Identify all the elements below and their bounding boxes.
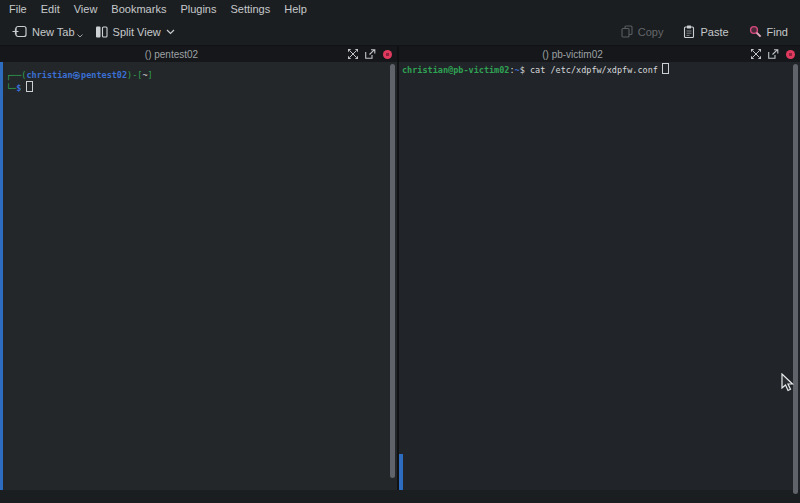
maximize-view-icon[interactable] [348,49,358,59]
terminal-cursor [26,81,33,92]
right-pane-scrollbar[interactable] [793,64,798,494]
command-text: cat /etc/xdpfw/xdpfw.conf [530,65,658,75]
detach-view-icon[interactable] [768,49,779,59]
prompt-frame-bottom: └─ [6,83,16,93]
prompt-line-1: ┌──(christian㉿pentest02)-[~] [6,69,397,81]
left-pane-scrollbar[interactable] [390,64,395,478]
detach-view-icon[interactable] [365,49,376,59]
new-tab-icon [12,25,27,38]
right-split-header[interactable]: () pb-victim02 [399,46,800,62]
menu-view[interactable]: View [67,3,105,15]
menu-bar: File Edit View Bookmarks Plugins Setting… [0,0,800,18]
prompt-frame-open: ┌──( [6,70,26,80]
copy-label: Copy [638,26,664,38]
copy-icon [621,25,633,38]
split-view-button[interactable]: Split View [89,21,181,43]
prompt-frame-close: ] [148,70,153,80]
prompt-line: christian@pb-victim02:~$ cat /etc/xdpfw/… [402,63,800,76]
toolbar-right-group: Copy Paste Find [615,21,794,43]
menu-plugins[interactable]: Plugins [173,3,223,15]
close-view-button[interactable] [383,50,392,59]
maximize-view-icon[interactable] [751,49,761,59]
prompt-symbol: $ [520,65,530,75]
paste-label: Paste [700,26,728,38]
split-view-icon [95,26,108,38]
find-label: Find [767,26,788,38]
prompt-frame-mid: )-[ [127,70,142,80]
prompt-symbol: $ [16,83,21,93]
left-split-title: () pentest02 [145,49,198,60]
prompt-line-2: └─$ [6,81,397,94]
paste-icon [683,25,695,38]
menu-settings[interactable]: Settings [223,3,277,15]
terminal-pane-pentest02[interactable]: ┌──(christian㉿pentest02)-[~] └─$ [0,62,397,503]
terminal-cursor [662,63,669,74]
window-bottom-strip [0,490,800,503]
prompt-user-host: christian@pb-victim02 [402,65,509,75]
new-tab-button[interactable]: New Tab [6,21,89,43]
paste-button[interactable]: Paste [677,21,734,43]
terminal-area: ┌──(christian㉿pentest02)-[~] └─$ christi… [0,62,800,503]
find-icon [749,25,762,38]
mouse-cursor [781,373,795,393]
scroll-highlight-bar [0,62,3,490]
left-split-header[interactable]: () pentest02 [0,46,397,62]
toolbar: New Tab Split View Copy [0,18,800,45]
menu-bookmarks[interactable]: Bookmarks [104,3,173,15]
split-view-chevron-down-icon[interactable] [166,29,175,35]
menu-help[interactable]: Help [277,3,314,15]
scroll-highlight-bar [399,454,403,490]
copy-button[interactable]: Copy [615,21,670,43]
menu-edit[interactable]: Edit [34,3,67,15]
prompt-user-host: christian㉿pentest02 [26,70,127,80]
split-view-label: Split View [113,26,161,38]
new-tab-label: New Tab [32,26,75,38]
close-view-button[interactable] [786,50,795,59]
terminal-pane-pb-victim02[interactable]: christian@pb-victim02:~$ cat /etc/xdpfw/… [399,62,800,503]
find-button[interactable]: Find [743,21,794,43]
right-split-title: () pb-victim02 [542,49,603,60]
new-tab-dropdown-arrow-icon[interactable] [77,34,83,38]
split-headers: () pentest02 () pb-victim02 [0,45,800,62]
menu-file[interactable]: File [2,3,34,15]
